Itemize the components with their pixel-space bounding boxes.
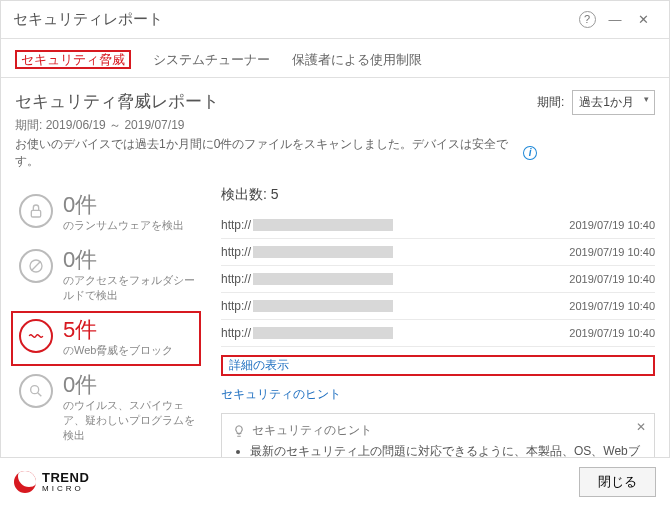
detection-row: http:// 2019/07/19 10:40 xyxy=(221,212,655,239)
help-icon[interactable]: ? xyxy=(573,11,601,28)
report-title: セキュリティ脅威レポート xyxy=(15,90,537,113)
card-desc: のWeb脅威をブロック xyxy=(63,343,173,358)
period-select[interactable]: 過去1か月 xyxy=(572,90,655,115)
tab-parental-controls[interactable]: 保護者による使用制限 xyxy=(290,47,424,77)
detection-panel: 検出数: 5 http:// 2019/07/19 10:40 http:// … xyxy=(201,174,655,470)
detection-heading: 検出数: 5 xyxy=(221,186,655,204)
detection-url: http:// xyxy=(221,272,393,286)
blocked-icon xyxy=(19,249,53,283)
report-header: セキュリティ脅威レポート 期間: 2019/06/19 ～ 2019/07/19… xyxy=(1,78,669,174)
card-virus[interactable]: 0件 のウイルス、スパイウェア、疑わしいプログラムを検出 xyxy=(15,366,201,451)
close-button[interactable]: 閉じる xyxy=(579,467,656,497)
category-sidebar: 0件 のランサムウェアを検出 0件 のアクセスをフォルダシールドで検出 5件 の… xyxy=(15,174,201,470)
card-count: 0件 xyxy=(63,374,197,396)
card-ransomware[interactable]: 0件 のランサムウェアを検出 xyxy=(15,186,201,241)
detection-row: http:// 2019/07/19 10:40 xyxy=(221,293,655,320)
minimize-icon[interactable]: — xyxy=(601,12,629,27)
info-icon[interactable]: i xyxy=(523,146,537,160)
hint-close-icon[interactable]: ✕ xyxy=(636,420,646,434)
security-hint-link[interactable]: セキュリティのヒント xyxy=(221,386,655,403)
close-icon[interactable]: ✕ xyxy=(629,12,657,27)
detection-url: http:// xyxy=(221,299,393,313)
svg-line-2 xyxy=(31,261,40,270)
svg-line-4 xyxy=(38,393,42,397)
detection-url: http:// xyxy=(221,218,393,232)
tab-bar: セキュリティ脅威 システムチューナー 保護者による使用制限 xyxy=(1,39,669,78)
show-details-link[interactable]: 詳細の表示 xyxy=(221,355,655,376)
card-folder-shield[interactable]: 0件 のアクセスをフォルダシールドで検出 xyxy=(15,241,201,311)
tab-system-tuner[interactable]: システムチューナー xyxy=(151,47,272,77)
card-count: 0件 xyxy=(63,194,184,216)
lock-icon xyxy=(19,194,53,228)
hint-title-row: セキュリティのヒント xyxy=(232,422,644,439)
trend-micro-icon xyxy=(14,471,36,493)
footer: TREND MICRO 閉じる xyxy=(0,457,670,505)
tab-security-threats[interactable]: セキュリティ脅威 xyxy=(13,47,133,77)
titlebar: セキュリティレポート ? — ✕ xyxy=(1,1,669,39)
detection-time: 2019/07/19 10:40 xyxy=(569,273,655,285)
window-title: セキュリティレポート xyxy=(13,10,573,29)
card-desc: のランサムウェアを検出 xyxy=(63,218,184,233)
detection-time: 2019/07/19 10:40 xyxy=(569,300,655,312)
detection-url: http:// xyxy=(221,326,393,340)
card-desc: のアクセスをフォルダシールドで検出 xyxy=(63,273,197,303)
detection-time: 2019/07/19 10:40 xyxy=(569,246,655,258)
wave-icon xyxy=(19,319,53,353)
card-count: 0件 xyxy=(63,249,197,271)
detection-time: 2019/07/19 10:40 xyxy=(569,327,655,339)
detection-row: http:// 2019/07/19 10:40 xyxy=(221,239,655,266)
main-area: 0件 のランサムウェアを検出 0件 のアクセスをフォルダシールドで検出 5件 の… xyxy=(1,174,669,470)
magnifier-icon xyxy=(19,374,53,408)
svg-rect-0 xyxy=(31,210,40,217)
period-line: 期間: 2019/06/19 ～ 2019/07/19 xyxy=(15,117,537,134)
lightbulb-icon xyxy=(232,424,246,438)
detection-row: http:// 2019/07/19 10:40 xyxy=(221,266,655,293)
card-count: 5件 xyxy=(63,319,173,341)
card-web-threats[interactable]: 5件 のWeb脅威をブロック xyxy=(11,311,201,366)
detection-url: http:// xyxy=(221,245,393,259)
period-label: 期間: xyxy=(537,94,564,111)
brand-logo: TREND MICRO xyxy=(14,471,89,493)
detection-time: 2019/07/19 10:40 xyxy=(569,219,655,231)
svg-point-3 xyxy=(31,386,39,394)
card-desc: のウイルス、スパイウェア、疑わしいプログラムを検出 xyxy=(63,398,197,443)
detection-row: http:// 2019/07/19 10:40 xyxy=(221,320,655,347)
scan-summary: お使いのデバイスでは過去1か月間に0件のファイルをスキャンしました。デバイスは安… xyxy=(15,136,537,170)
